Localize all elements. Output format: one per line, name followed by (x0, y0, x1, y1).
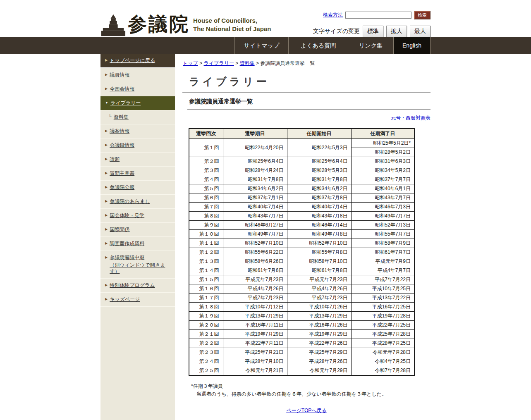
sidebar-item[interactable]: ▶請願 (100, 153, 175, 167)
nav-item-links[interactable]: リンク集 (348, 37, 393, 54)
sidebar-item[interactable]: ▶今国会情報 (100, 82, 175, 96)
sidebar-link[interactable]: 請願 (110, 156, 120, 162)
sidebar-link[interactable]: 会議録情報 (110, 142, 134, 148)
font-size-standard-button[interactable]: 標準 (363, 26, 383, 37)
table-row: 第２１回平成19年7月29日平成19年7月29日平成25年7月28日 (189, 330, 414, 339)
sidebar-link[interactable]: トップページに戻る (110, 57, 155, 64)
cell-round: 第３回 (189, 166, 223, 175)
cell-term-end: 平成10年7月25日 (351, 284, 414, 294)
cell-round: 第２１回 (189, 330, 223, 339)
cell-term-start: 平成16年7月26日 (287, 321, 351, 330)
search-method-link[interactable]: 検索方法 (323, 12, 343, 19)
search-input[interactable] (345, 12, 411, 19)
cell-election-date: 昭和37年7月1日 (223, 193, 287, 203)
sidebar-item[interactable]: ▶国会体験・見学 (100, 209, 175, 223)
sidebar-link[interactable]: 調査室作成資料 (110, 241, 144, 246)
cell-round: 第２回 (189, 157, 223, 166)
cell-round: 第１５回 (189, 275, 223, 284)
cell-round: 第２４回 (189, 357, 223, 366)
sidebar-item[interactable]: ▶キッズページ (100, 293, 175, 307)
table-row: 第１４回昭和61年7月6日昭和61年7月8日平成4年7月7日 (189, 266, 414, 275)
cell-term-start: 昭和49年7月8日 (287, 230, 351, 239)
sidebar-link[interactable]: 参議院のあらまし (110, 198, 150, 204)
cell-term-end: 平成22年7月25日 (351, 321, 414, 330)
cell-term-start: 昭和22年5月3日 (287, 139, 351, 157)
sidebar-item[interactable]: └資料集 (100, 110, 175, 124)
cell-round: 第１回 (189, 139, 223, 157)
table-row: 第７回昭和40年7月4日昭和40年7月4日昭和46年7月3日 (189, 203, 414, 212)
cell-term-start: 昭和37年7月8日 (287, 193, 351, 203)
cell-round: 第２５回 (189, 366, 223, 376)
sidebar-item[interactable]: ▶特別体験プログラム (100, 279, 175, 293)
sidebar-item[interactable]: ▶会議録情報 (100, 138, 175, 153)
sidebar-item-text: 参議院審議中継（別ウィンドウで開きます） (110, 255, 172, 274)
table-row: 第１３回昭和58年6月26日昭和58年7月10日平成元年7月9日 (189, 257, 414, 266)
sidebar-item-text: キッズページ (110, 296, 140, 303)
sidebar-link[interactable]: 国際関係 (110, 227, 129, 232)
cell-round: 第１４回 (189, 266, 223, 275)
sidebar-link[interactable]: 資料集 (114, 114, 129, 120)
cell-round: 第１８回 (189, 303, 223, 312)
election-table: 選挙回次選挙期日任期開始日任期満了日 第１回昭和22年4月20日昭和22年5月3… (189, 128, 415, 376)
footnote-line1: *任期３年議員 (191, 382, 431, 390)
sidebar-item[interactable]: ▶参議院審議中継（別ウィンドウで開きます） (100, 251, 175, 279)
cell-term-end: 昭和46年7月3日 (351, 203, 414, 212)
cell-term-start: 平成22年7月26日 (287, 339, 351, 348)
sidebar-link[interactable]: 参議院公報 (110, 184, 134, 190)
font-size-max-button[interactable]: 最大 (410, 26, 431, 37)
breadcrumb-link[interactable]: 資料集 (240, 60, 255, 66)
sidebar-link[interactable]: 議員情報 (110, 72, 129, 78)
site-logo[interactable]: 参議院 House of Councillors, The National D… (100, 0, 271, 37)
sidebar-item[interactable]: ▶質問主意書 (100, 167, 175, 181)
sidebar-item[interactable]: ▶国際関係 (100, 223, 175, 237)
sidebar-link[interactable]: ライブラリー (110, 100, 141, 106)
cell-term-end: 平成16年7月25日 (351, 303, 414, 312)
font-size-large-button[interactable]: 拡大 (386, 26, 407, 37)
cell-term-end: 昭和40年6月1日 (351, 184, 414, 193)
triangle-right-icon: ▶ (105, 241, 108, 246)
sidebar-link[interactable]: 国会体験・見学 (110, 212, 144, 218)
sidebar-link[interactable]: 特別体験プログラム (110, 282, 155, 288)
page-top-link[interactable]: ページTOPへ戻る (286, 408, 327, 413)
sidebar-link[interactable]: 参議院審議中継 (110, 255, 144, 260)
nav-item-sitemap[interactable]: サイトマップ (234, 37, 288, 54)
sidebar-link[interactable]: 今国会情報 (110, 86, 134, 92)
sidebar-item-current[interactable]: ▼ライブラリー (100, 96, 175, 110)
sidebar-item-text: 参議院のあらまし (110, 198, 150, 205)
table-row: 第１回昭和22年4月20日昭和22年5月3日昭和25年5月2日* (189, 139, 414, 148)
font-size-buttons: 標準拡大最大 (363, 26, 431, 37)
sidebar-item-back-to-top[interactable]: ▶トップページに戻る (100, 54, 175, 68)
table-row: 第３回昭和28年4月24日昭和28年5月3日昭和34年5月2日 (189, 166, 414, 175)
cell-election-date: 昭和46年6月27日 (223, 221, 287, 230)
table-row: 第１６回平成4年7月26日平成4年7月26日平成10年7月25日 (189, 284, 414, 294)
breadcrumb-link[interactable]: トップ (183, 60, 198, 66)
sidebar-item[interactable]: ▶議員情報 (100, 68, 175, 82)
sidebar-link[interactable]: 質問主意書 (110, 170, 134, 176)
cell-term-end: 昭和25年5月2日* (351, 139, 414, 148)
sidebar-link[interactable]: キッズページ (110, 296, 140, 302)
breadcrumb-link[interactable]: ライブラリー (204, 60, 234, 66)
table-row: 第２３回平成25年7月21日平成25年7月29日令和元年7月28日 (189, 348, 414, 357)
sidebar-item[interactable]: ▶調査室作成資料 (100, 237, 175, 251)
cell-term-end: 昭和43年7月7日 (351, 193, 414, 203)
table-row: 第１０回昭和49年7月7日昭和49年7月8日昭和55年7月7日 (189, 230, 414, 239)
nav-item-faq[interactable]: よくある質問 (288, 37, 348, 54)
gengo-link-row: 元号・西暦対照表 (182, 110, 431, 125)
table-header-cell: 選挙期日 (223, 129, 287, 139)
triangle-right-icon: ▶ (105, 297, 108, 301)
cell-election-date: 昭和22年4月20日 (223, 139, 287, 157)
sidebar-item[interactable]: ▶参議院公報 (100, 181, 175, 195)
sidebar-link-note[interactable]: （別ウィンドウで開きます） (110, 262, 172, 274)
cell-election-date: 平成28年7月10日 (223, 357, 287, 366)
sidebar-item[interactable]: ▶参議院のあらまし (100, 195, 175, 209)
nav-item-english[interactable]: English (393, 37, 431, 54)
cell-election-date: 平成22年7月11日 (223, 339, 287, 348)
search-button[interactable]: 検索 (414, 11, 431, 19)
sidebar-link[interactable]: 議案情報 (110, 128, 129, 134)
sidebar-item[interactable]: ▶議案情報 (100, 124, 175, 138)
era-conversion-link[interactable]: 元号・西暦対照表 (391, 115, 431, 121)
cell-term-end: 令和4年7月25日 (351, 357, 414, 366)
cell-round: 第４回 (189, 175, 223, 184)
cell-round: 第６回 (189, 193, 223, 203)
sidebar-item-text: 国際関係 (110, 227, 129, 233)
